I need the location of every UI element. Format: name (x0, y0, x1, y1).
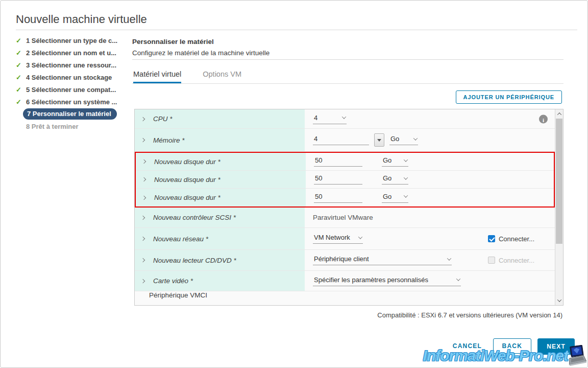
step-label: 3 Sélectionner une ressour... (26, 61, 116, 69)
video-label-cell: Carte vidéo * (135, 271, 305, 291)
tab-vm-options[interactable]: Options VM (203, 70, 241, 83)
row-cd-dvd: Nouveau lecteur CD/DVD * Périphérique cl… (135, 250, 555, 271)
disk-unit-select[interactable]: Go (382, 156, 408, 167)
title-divider (16, 30, 577, 30)
disk-label-cell: Nouveau disque dur * (136, 153, 306, 170)
memory-stepper[interactable] (374, 133, 384, 147)
page-title: Personnaliser le matériel (132, 38, 214, 45)
memory-unit-select[interactable]: Go (389, 135, 418, 145)
disk-size-input[interactable]: 50 (314, 156, 362, 167)
scrollbar-thumb[interactable] (556, 119, 562, 244)
row-label: Nouveau réseau * (153, 235, 208, 243)
row-scsi-controller: Nouveau contrôleur SCSI * Paravirtuel VM… (135, 208, 555, 228)
hardware-tabs: Matériel virtuel Options VM (133, 70, 241, 83)
expand-chevron-icon[interactable] (141, 117, 145, 121)
chevron-down-icon (456, 277, 460, 281)
chevron-down-icon (404, 175, 408, 179)
cd-value-cell: Périphérique client Connecter... (305, 250, 555, 270)
row-label: Périphérique VMCI (135, 291, 207, 305)
network-connect-checkbox[interactable]: Connecter... (488, 235, 534, 243)
add-device-button[interactable]: AJOUTER UN PÉRIPHÉRIQUE (456, 90, 562, 104)
row-label: Nouveau contrôleur SCSI * (153, 214, 236, 221)
wizard-steps: ✓ 1 Sélectionner un type de c... ✓ 2 Sél… (16, 34, 133, 132)
disk-value-cell: 50 Go (306, 189, 554, 206)
check-icon: ✓ (16, 37, 23, 44)
chevron-down-icon (358, 235, 362, 239)
scroll-down-icon[interactable] (555, 296, 563, 305)
row-new-hard-disk-3: Nouveau disque dur * 50 Go (136, 189, 554, 206)
expand-chevron-icon[interactable] (141, 279, 145, 283)
step-select-name-folder[interactable]: ✓ 2 Sélectionner un nom et u... (16, 47, 133, 59)
step-select-compatibility[interactable]: ✓ 5 Sélectionner une compat... (16, 83, 133, 96)
hardware-rows: CPU * 4 Mémoire * 4 (135, 109, 555, 305)
checkbox-unchecked-icon (488, 257, 495, 264)
check-icon: ✓ (16, 98, 23, 106)
step-ready-to-complete[interactable]: 8 Prêt à terminer (16, 120, 133, 132)
back-button[interactable]: BACK (493, 338, 531, 354)
memory-value-cell: 4 Go (305, 129, 555, 151)
header-divider (132, 59, 564, 60)
cpu-count-select[interactable]: 4 (313, 114, 347, 124)
chevron-down-icon (447, 256, 451, 260)
scsi-type-value: Paravirtuel VMware (313, 214, 373, 221)
scroll-up-icon[interactable] (555, 110, 563, 118)
tab-virtual-hardware[interactable]: Matériel virtuel (133, 70, 181, 83)
page-subtitle: Configurez le matériel de la machine vir… (132, 49, 270, 57)
network-value-cell: VM Network Connecter... (305, 228, 555, 249)
row-label: CPU * (153, 115, 173, 123)
disk-size-input[interactable]: 50 (314, 174, 362, 185)
video-settings-select[interactable]: Spécifier les paramètres personnalisés (313, 276, 461, 286)
expand-chevron-icon[interactable] (142, 177, 146, 181)
scrollbar[interactable] (555, 109, 563, 305)
chevron-down-icon (404, 157, 408, 162)
cancel-button[interactable]: CANCEL (453, 342, 482, 350)
row-label: Nouveau lecteur CD/DVD * (153, 257, 236, 264)
tabs-divider (132, 83, 564, 84)
cpu-value-cell: 4 (305, 109, 555, 128)
expand-chevron-icon[interactable] (141, 215, 145, 219)
row-new-hard-disk-2: Nouveau disque dur * 50 Go (136, 171, 554, 189)
step-label: 1 Sélectionner un type de c... (26, 37, 117, 44)
row-vmci-device: Périphérique VMCI (135, 291, 555, 305)
chevron-down-icon (342, 114, 346, 119)
row-label: Nouveau disque dur * (154, 176, 220, 183)
cd-connect-checkbox: Connecter... (488, 257, 534, 264)
disk-size-input[interactable]: 50 (314, 193, 362, 203)
disk-label-cell: Nouveau disque dur * (136, 171, 306, 188)
disk-value-cell: 50 Go (306, 171, 554, 188)
step-select-storage[interactable]: ✓ 4 Sélectionner un stockage (16, 71, 133, 83)
step-label: 5 Sélectionner une compat... (26, 86, 116, 94)
chevron-down-icon (413, 136, 418, 140)
step-label: 4 Sélectionner un stockage (26, 74, 112, 81)
memory-size-input[interactable]: 4 (313, 135, 369, 145)
step-select-guest-os[interactable]: ✓ 6 Sélectionner un système ... (16, 96, 133, 108)
expand-chevron-icon[interactable] (142, 195, 146, 199)
check-icon: ✓ (16, 74, 23, 81)
hardware-table: CPU * 4 Mémoire * 4 (134, 109, 564, 306)
network-select[interactable]: VM Network (313, 234, 363, 244)
step-customize-hardware-active[interactable]: 7 Personnaliser le matériel (16, 108, 133, 120)
expand-chevron-icon[interactable] (141, 237, 145, 241)
disk-value-cell: 50 Go (306, 153, 554, 170)
check-icon: ✓ (16, 49, 23, 57)
step-select-creation-type[interactable]: ✓ 1 Sélectionner un type de c... (16, 34, 133, 47)
step-label: 8 Prêt à terminer (26, 123, 79, 130)
expand-chevron-icon[interactable] (141, 138, 145, 142)
disk-unit-select[interactable]: Go (382, 193, 408, 203)
scsi-value-cell: Paravirtuel VMware (305, 208, 555, 227)
step-label: 6 Sélectionner un système ... (26, 98, 117, 106)
row-new-hard-disk-1: Nouveau disque dur * 50 Go (136, 153, 554, 171)
row-cpu: CPU * 4 (135, 109, 555, 129)
expand-chevron-icon[interactable] (142, 159, 146, 164)
expand-chevron-icon[interactable] (141, 258, 145, 262)
disk-unit-select[interactable]: Go (382, 174, 408, 185)
cd-source-select[interactable]: Périphérique client (313, 255, 452, 265)
laptop-icon (566, 345, 586, 366)
info-icon[interactable] (539, 114, 548, 123)
check-icon: ✓ (16, 61, 23, 69)
row-memory: Mémoire * 4 Go (135, 129, 555, 152)
step-select-resource[interactable]: ✓ 3 Sélectionner une ressour... (16, 59, 133, 71)
network-label-cell: Nouveau réseau * (135, 228, 305, 249)
row-network: Nouveau réseau * VM Network Connecter... (135, 228, 555, 250)
row-label: Nouveau disque dur * (154, 158, 220, 166)
